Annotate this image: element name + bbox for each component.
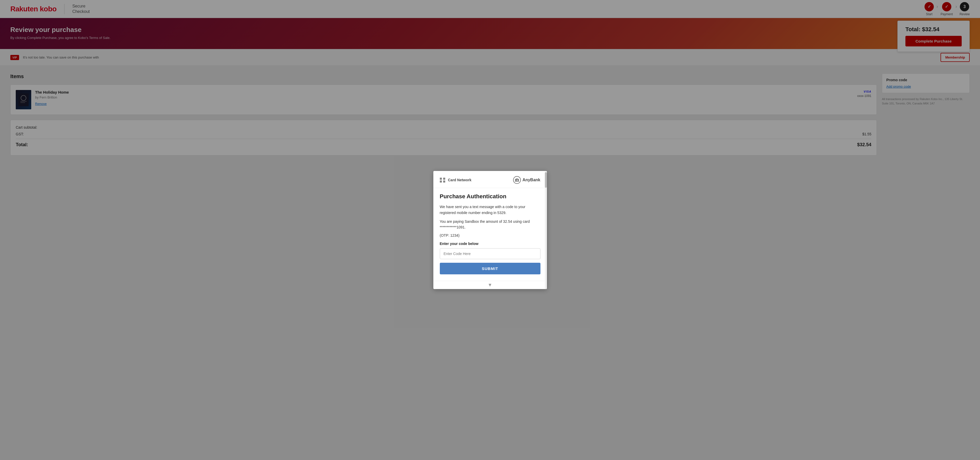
anybank-svg-icon (515, 178, 519, 182)
modal-otp: (OTP: 1234) (440, 233, 541, 238)
cn-dot-2 (443, 178, 445, 180)
modal-title: Purchase Authentication (440, 193, 541, 200)
card-network-grid-icon (440, 178, 446, 182)
svg-rect-5 (517, 179, 517, 181)
card-network-text: Card Network (448, 178, 471, 182)
cn-dot-1 (440, 178, 442, 180)
modal-message-2: You are paying Sandbox the amount of 32.… (440, 219, 541, 230)
modal-message-1: We have sent you a text message with a c… (440, 204, 541, 216)
submit-button[interactable]: SUBMIT (440, 263, 541, 274)
cn-dot-3 (440, 181, 442, 182)
code-input[interactable] (440, 248, 541, 259)
anybank-text: AnyBank (522, 178, 540, 182)
svg-rect-7 (515, 181, 519, 181)
svg-rect-4 (515, 179, 516, 181)
cn-dot-4 (443, 181, 445, 182)
modal-scrollbar[interactable] (545, 171, 547, 289)
anybank-icon (513, 176, 521, 184)
modal-code-label: Enter your code below (440, 242, 541, 246)
modal-header: Card Network AnyBank (433, 171, 547, 188)
anybank-logo: AnyBank (513, 176, 540, 184)
modal-body: Purchase Authentication We have sent you… (433, 188, 547, 281)
scroll-down-indicator[interactable]: ▼ (433, 281, 547, 289)
authentication-modal: Card Network AnyBank Purchase Authentica… (433, 171, 547, 289)
card-network-logo: Card Network (440, 178, 471, 182)
modal-overlay[interactable]: Card Network AnyBank Purchase Authentica… (0, 0, 980, 460)
svg-rect-6 (518, 179, 519, 181)
scrollbar-thumb (545, 172, 547, 188)
